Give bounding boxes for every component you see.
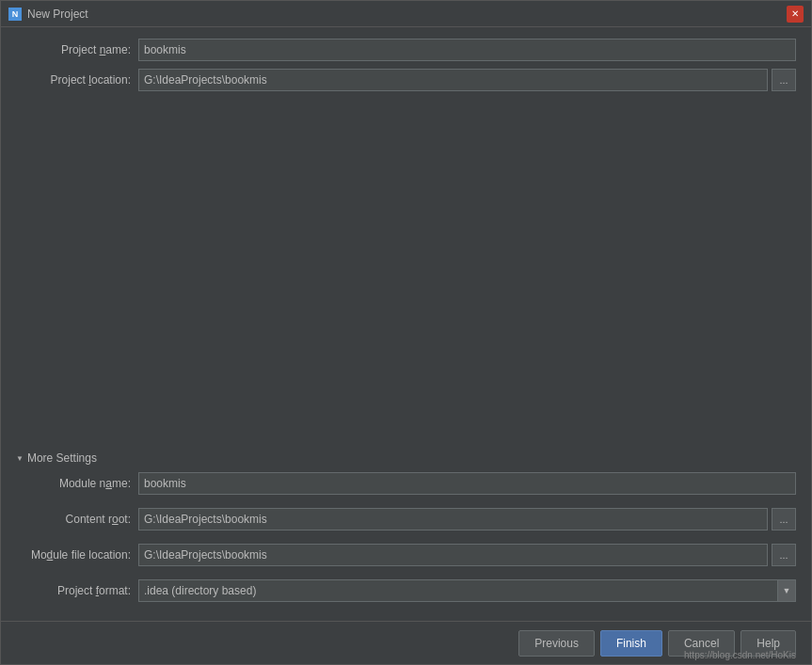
project-format-select-wrapper: .idea (directory based) .ipr (file based… [138, 579, 796, 602]
more-settings-fields: Module name: Content root: ... [16, 472, 796, 610]
project-location-label: Project location: [16, 73, 138, 87]
module-file-location-row: Module file location: ... [16, 544, 796, 566]
module-file-location-input[interactable] [138, 544, 768, 566]
content-root-input[interactable] [138, 508, 768, 530]
content-spacer [16, 99, 796, 448]
content-root-input-wrapper: ... [138, 508, 796, 530]
module-name-row: Module name: [16, 472, 796, 495]
project-format-row: Project format: .idea (directory based) … [16, 579, 796, 602]
close-button[interactable]: ✕ [787, 6, 804, 23]
content-root-row: Content root: ... [16, 508, 796, 530]
more-settings-header[interactable]: ▼ More Settings [16, 451, 796, 465]
app-icon: N [8, 8, 22, 21]
previous-button[interactable]: Previous [518, 630, 595, 657]
project-location-browse-button[interactable]: ... [772, 69, 796, 91]
project-location-row: Project location: ... [16, 69, 796, 91]
project-format-dropdown-wrapper: .idea (directory based) .ipr (file based… [138, 579, 796, 602]
module-name-input-wrapper [138, 472, 796, 495]
content-root-label: Content root: [16, 513, 138, 526]
module-file-location-label: Module file location: [16, 548, 138, 562]
finish-button[interactable]: Finish [600, 630, 662, 657]
content-area: Project name: Project location: ... ▼ Mo… [1, 27, 811, 621]
project-format-select[interactable]: .idea (directory based) .ipr (file based… [138, 579, 796, 602]
footer: Previous Finish Cancel Help https://blog… [1, 621, 811, 664]
new-project-window: N New Project ✕ Project name: Project lo… [0, 0, 812, 665]
project-format-label: Project format: [16, 584, 138, 597]
title-bar: N New Project ✕ [1, 1, 811, 27]
project-location-input-wrapper: ... [138, 69, 796, 91]
content-root-browse-button[interactable]: ... [772, 508, 796, 530]
module-name-input[interactable] [138, 472, 796, 495]
project-name-label: Project name: [16, 43, 138, 56]
project-location-input[interactable] [138, 69, 768, 91]
window-title: New Project [27, 8, 88, 21]
collapse-icon: ▼ [16, 454, 24, 463]
project-name-row: Project name: [16, 39, 796, 61]
more-settings-label: More Settings [27, 451, 97, 465]
project-name-input[interactable] [138, 39, 796, 61]
module-file-location-browse-button[interactable]: ... [772, 544, 796, 566]
module-name-label: Module name: [16, 477, 138, 490]
module-file-location-input-wrapper: ... [138, 544, 796, 566]
watermark-text: https://blog.csdn.net/HoKis [684, 650, 796, 660]
project-name-input-wrapper [138, 39, 796, 61]
title-bar-left: N New Project [8, 8, 88, 21]
more-settings-section: ▼ More Settings Module name: Content ro [16, 451, 796, 610]
